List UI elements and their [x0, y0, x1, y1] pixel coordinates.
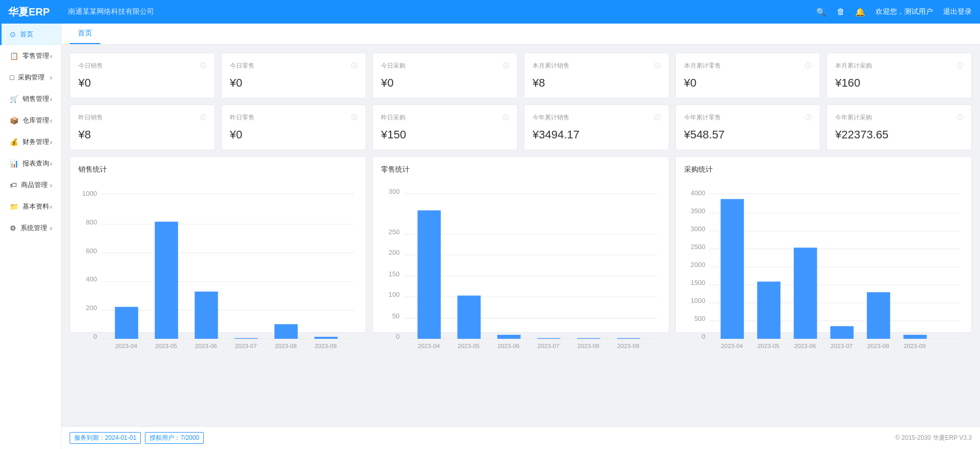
svg-rect-38	[418, 210, 441, 339]
info-icon-8[interactable]: ⓘ	[351, 113, 357, 122]
logout-button[interactable]: 退出登录	[943, 7, 972, 16]
svg-text:2023-07: 2023-07	[235, 342, 257, 349]
stat-today-retail-title: 今日零售 ⓘ	[230, 62, 358, 70]
basic-chevron: ∨	[49, 204, 53, 210]
sidebar-item-system-inner: ⚙ 系统管理	[10, 223, 47, 233]
sidebar-item-sales[interactable]: 🛒 销售管理 ∨	[0, 88, 61, 110]
sidebar-item-basic-inner: 📁 基本资料	[10, 202, 49, 211]
info-icon[interactable]: ⓘ	[200, 62, 206, 70]
stat-year-retail-title: 今年累计零售 ⓘ	[684, 113, 812, 122]
info-icon-5[interactable]: ⓘ	[805, 62, 812, 70]
svg-text:2023-09: 2023-09	[904, 342, 926, 349]
retail-icon: 📋	[10, 52, 18, 60]
svg-rect-42	[577, 338, 600, 339]
sidebar-item-goods-inner: 🏷 商品管理	[10, 180, 48, 190]
svg-rect-70	[794, 248, 817, 339]
svg-text:4000: 4000	[690, 189, 705, 197]
svg-text:3000: 3000	[690, 225, 705, 233]
svg-text:200: 200	[389, 249, 400, 256]
svg-rect-43	[617, 338, 640, 339]
footer-left: 服务到期：2024-01-01 授权用户：7/2000	[70, 432, 204, 444]
purchase-chart-area: 0 500 1000 1500 2000 2500 3000 3500 4000	[684, 180, 963, 324]
info-icon-9[interactable]: ⓘ	[503, 113, 509, 122]
info-icon-4[interactable]: ⓘ	[654, 62, 661, 70]
svg-text:0: 0	[93, 333, 97, 340]
stat-month-sales-title: 本月累计销售 ⓘ	[532, 62, 661, 70]
svg-rect-69	[757, 281, 780, 339]
sidebar-item-purchase[interactable]: □ 采购管理 ∨	[0, 67, 61, 88]
sidebar-item-system[interactable]: ⚙ 系统管理 ∨	[0, 217, 61, 239]
sales-chart-svg: 0 200 400 600 800 1000	[78, 180, 357, 354]
sidebar-report-label: 报表查询	[23, 159, 49, 168]
tab-home[interactable]: 首页	[70, 24, 100, 44]
svg-rect-71	[830, 326, 853, 339]
svg-text:2500: 2500	[690, 243, 705, 251]
stat-yesterday-sales-title: 昨日销售 ⓘ	[78, 113, 206, 122]
finance-chevron: ∨	[49, 139, 53, 145]
sidebar-item-retail[interactable]: 📋 零售管理 ∨	[0, 45, 61, 67]
sidebar: ⊙ 首页 📋 零售管理 ∨ □ 采购管理 ∨ 🛒 销售管理 ∨	[0, 24, 61, 449]
service-expire-tag: 服务到期：2024-01-01	[70, 432, 141, 444]
sidebar-retail-label: 零售管理	[23, 51, 49, 60]
svg-text:0: 0	[701, 333, 705, 340]
charts-area: 销售统计 0 200 400 600 800 1000	[70, 156, 972, 333]
svg-text:2023-07: 2023-07	[830, 342, 853, 349]
sales-chart-area: 0 200 400 600 800 1000	[78, 180, 357, 324]
sales-chart-title: 销售统计	[78, 165, 357, 174]
sidebar-item-finance[interactable]: 💰 财务管理 ∨	[0, 131, 61, 153]
svg-rect-73	[903, 335, 926, 339]
svg-rect-16	[274, 324, 297, 339]
app-logo: 华夏ERP	[8, 5, 50, 19]
sidebar-item-goods[interactable]: 🏷 商品管理 ∨	[0, 174, 61, 196]
trash-icon[interactable]: 🗑	[837, 7, 845, 16]
sidebar-item-basic[interactable]: 📁 基本资料 ∨	[0, 196, 61, 217]
info-icon-10[interactable]: ⓘ	[654, 113, 661, 122]
stat-yesterday-purchase: 昨日采购 ⓘ ¥150	[372, 105, 518, 150]
stat-year-purchase: 今年累计采购 ⓘ ¥22373.65	[826, 105, 972, 150]
stat-year-sales-value: ¥3494.17	[532, 128, 661, 141]
sidebar-system-label: 系统管理	[20, 223, 47, 233]
stat-yesterday-retail-title: 昨日零售 ⓘ	[230, 113, 358, 122]
stat-month-purchase: 本月累计采购 ⓘ ¥160	[826, 53, 972, 98]
svg-text:2000: 2000	[690, 261, 705, 269]
sidebar-item-purchase-inner: □ 采购管理	[10, 73, 45, 82]
search-icon[interactable]: 🔍	[816, 7, 826, 17]
info-icon-12[interactable]: ⓘ	[957, 113, 963, 122]
stat-year-retail: 今年累计零售 ⓘ ¥548.57	[675, 105, 821, 150]
stat-month-sales: 本月累计销售 ⓘ ¥8	[524, 53, 669, 98]
info-icon-6[interactable]: ⓘ	[957, 62, 963, 70]
stat-month-purchase-title: 本月累计采购 ⓘ	[835, 62, 963, 70]
sidebar-item-warehouse[interactable]: 📦 仓库管理 ∨	[0, 110, 61, 131]
svg-rect-13	[155, 221, 178, 339]
finance-icon: 💰	[10, 138, 18, 146]
retail-chevron: ∨	[49, 53, 53, 59]
stat-yesterday-retail-value: ¥0	[230, 128, 358, 141]
home-icon: ⊙	[10, 30, 16, 38]
stat-yesterday-purchase-title: 昨日采购 ⓘ	[381, 113, 509, 122]
stat-year-purchase-title: 今年累计采购 ⓘ	[835, 113, 963, 122]
info-icon-3[interactable]: ⓘ	[503, 62, 509, 70]
stat-today-sales: 今日销售 ⓘ ¥0	[70, 53, 215, 98]
info-icon-2[interactable]: ⓘ	[351, 62, 357, 70]
svg-rect-72	[867, 292, 890, 339]
stat-today-purchase-title: 今日采购 ⓘ	[381, 62, 509, 70]
svg-text:2023-06: 2023-06	[195, 342, 217, 349]
main-layout: ⊙ 首页 📋 零售管理 ∨ □ 采购管理 ∨ 🛒 销售管理 ∨	[0, 24, 980, 449]
stat-today-sales-title: 今日销售 ⓘ	[78, 62, 206, 70]
basic-icon: 📁	[10, 202, 18, 211]
report-icon: 📊	[10, 159, 18, 168]
header-right: 🔍 🗑 🔔 欢迎您，测试用户 退出登录	[816, 7, 972, 17]
svg-rect-15	[235, 338, 258, 339]
svg-text:2023-08: 2023-08	[867, 342, 889, 349]
sidebar-item-home[interactable]: ⊙ 首页	[0, 24, 61, 45]
stat-month-retail-value: ¥0	[684, 76, 812, 90]
sidebar-item-finance-inner: 💰 财务管理	[10, 137, 49, 147]
sidebar-item-report[interactable]: 📊 报表查询 ∨	[0, 153, 61, 174]
bell-icon[interactable]: 🔔	[855, 7, 865, 17]
stat-yesterday-purchase-value: ¥150	[381, 128, 509, 141]
info-icon-7[interactable]: ⓘ	[200, 113, 206, 122]
purchase-chart-title: 采购统计	[684, 165, 963, 174]
svg-text:400: 400	[86, 275, 97, 283]
svg-rect-41	[537, 338, 560, 339]
info-icon-11[interactable]: ⓘ	[805, 113, 812, 122]
